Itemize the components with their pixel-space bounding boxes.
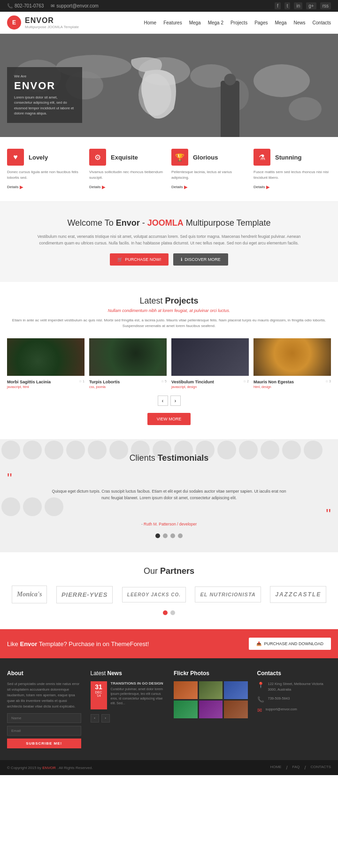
contact-email-icon: ✉ bbox=[257, 707, 262, 714]
footer-contacts-col: Contacts 📍 122 King Street, Melbourne Vi… bbox=[257, 670, 331, 748]
contact-email-text: support@envor.com bbox=[266, 707, 297, 712]
nav-mega2[interactable]: Mega 2 bbox=[208, 20, 223, 25]
project-rating-2: ☆ 5 bbox=[161, 380, 167, 383]
flickr-grid bbox=[174, 681, 248, 718]
discover-more-button[interactable]: ℹ DISCOVER MORE bbox=[173, 253, 228, 266]
nav-features[interactable]: Features bbox=[163, 20, 182, 25]
exquisite-icon: ⚙ bbox=[89, 149, 106, 166]
discover-label: DISCOVER MORE bbox=[184, 257, 221, 262]
project-card-4-header: Mauris Non Egestas html, design ☆ 3 bbox=[254, 380, 331, 388]
partner-logo-3: LEEROY JACKS CO. bbox=[122, 587, 186, 602]
news-month-1: DEC '14 bbox=[93, 691, 104, 697]
dot-1[interactable] bbox=[155, 533, 160, 538]
purchase-icon: 🛒 bbox=[117, 257, 123, 262]
dot-4[interactable] bbox=[178, 533, 183, 538]
news-prev-button[interactable]: ‹ bbox=[91, 714, 99, 723]
purchase-download-button[interactable]: 📥 PURCHASE AND DOWNLOAD bbox=[249, 638, 331, 650]
copyright-text: © Copyright 2015 by bbox=[7, 766, 42, 770]
projects-subtitle: Nullam condimentum nibh at lorem feugiat… bbox=[7, 308, 331, 313]
brand-name: ENVOR bbox=[25, 16, 79, 25]
cta-banner: Like Envor Template? Purchase in on Them… bbox=[0, 629, 338, 658]
hero-figure bbox=[216, 62, 244, 137]
nav-mega[interactable]: Mega bbox=[189, 20, 201, 25]
hero-title: ENVOR bbox=[14, 80, 75, 92]
view-more-button[interactable]: VIEW MORE bbox=[147, 413, 191, 425]
project-card-1: Morbi Sagittis Lacinia javascript, html … bbox=[7, 338, 84, 388]
news-nav: ‹ › bbox=[91, 714, 165, 723]
feature-exquisite-header: ⚙ Exquisite bbox=[89, 149, 167, 166]
stunning-desc: Fusce mattis sem sed lectus rhoncus nisi… bbox=[254, 169, 331, 181]
dot-3[interactable] bbox=[170, 533, 175, 538]
footer-link-faq[interactable]: FAQ bbox=[292, 765, 300, 770]
footer-link-home[interactable]: HOME bbox=[270, 765, 281, 770]
footer-link-contacts[interactable]: CONTACTS bbox=[311, 765, 331, 770]
nav-home[interactable]: Home bbox=[144, 20, 156, 25]
author-role-label: developer bbox=[179, 522, 197, 526]
copyright-rest: . All Rights Reserved. bbox=[57, 766, 92, 770]
discover-icon: ℹ bbox=[181, 257, 182, 262]
nav-pages[interactable]: Pages bbox=[254, 20, 268, 25]
logo-icon: E bbox=[7, 15, 21, 30]
glorious-icon: 🏆 bbox=[171, 149, 188, 166]
dot-2[interactable] bbox=[163, 533, 168, 538]
exquisite-link[interactable]: Details ▶ bbox=[89, 184, 167, 190]
footer-email-input[interactable] bbox=[7, 726, 81, 736]
project-name-3: Vestibulum Tincidunt bbox=[171, 380, 214, 384]
googleplus-icon[interactable]: g+ bbox=[306, 2, 316, 9]
download-icon: 📥 bbox=[256, 641, 261, 646]
view-more-label: VIEW MORE bbox=[157, 417, 182, 421]
copyright-brand-link[interactable]: ENVOR bbox=[42, 766, 55, 770]
cta-text: Like Envor Template? Purchase in on Them… bbox=[7, 640, 149, 647]
nav-mega3[interactable]: Mega bbox=[275, 20, 287, 25]
glorious-link[interactable]: Details ▶ bbox=[171, 184, 249, 190]
projects-next-button[interactable]: › bbox=[170, 396, 181, 406]
facebook-icon[interactable]: f bbox=[275, 2, 281, 9]
copyright: © Copyright 2015 by ENVOR . All Rights R… bbox=[7, 766, 92, 770]
lovely-link[interactable]: Details ▶ bbox=[7, 184, 84, 190]
footer-flickr-title: Flickr Photos bbox=[174, 670, 248, 677]
welcome-desc: Vestibulum nunc erat, venenatis tristiqu… bbox=[28, 234, 310, 246]
social-links: f t in g+ rss bbox=[275, 2, 331, 9]
linkedin-icon[interactable]: in bbox=[294, 2, 302, 9]
stunning-link[interactable]: Details ▶ bbox=[254, 184, 331, 190]
welcome-title-bold: Envor bbox=[116, 218, 140, 228]
footer-link-separator-1: / bbox=[286, 765, 287, 770]
purchase-label: PURCHASE NOW! bbox=[125, 257, 161, 262]
cta-text-rest: Template? Purchase in on ThemeForest! bbox=[39, 640, 149, 647]
nav-contacts[interactable]: Contacts bbox=[313, 20, 331, 25]
nav-news[interactable]: News bbox=[294, 20, 306, 25]
partners-section: Our Partners Monica's PIERRE-YVES LEEROY… bbox=[0, 552, 338, 629]
news-date-1: 31 DEC '14 bbox=[91, 681, 107, 709]
testimonials-title-bold: Testimonials bbox=[158, 453, 209, 463]
partners-title-bold: Partners bbox=[160, 566, 194, 576]
rss-icon[interactable]: rss bbox=[320, 2, 331, 9]
news-next-button[interactable]: › bbox=[101, 714, 110, 723]
projects-title-bold: Projects bbox=[165, 296, 199, 305]
contact-email: ✉ support@envor.com bbox=[257, 707, 331, 714]
project-rating-4: ☆ 3 bbox=[325, 380, 331, 383]
svg-point-8 bbox=[254, 64, 310, 97]
project-name-4: Mauris Non Egestas bbox=[254, 380, 294, 384]
footer-flickr-title-bold: Flickr Photos bbox=[174, 670, 209, 677]
header: E ENVOR Multipurpose JOOMLA Template Hom… bbox=[0, 12, 338, 34]
nav-projects[interactable]: Projects bbox=[230, 20, 247, 25]
flickr-thumb-6 bbox=[224, 700, 248, 718]
project-tags-2: css, joomla bbox=[89, 385, 120, 388]
testimonials-title-part1: Clients bbox=[130, 453, 158, 463]
partner-dot-2[interactable] bbox=[170, 610, 175, 615]
email-info: ✉ support@envor.com bbox=[51, 3, 99, 8]
twitter-icon[interactable]: t bbox=[284, 2, 291, 9]
project-rating-1: ☆ 1 bbox=[79, 380, 84, 383]
lovely-arrow-icon: ▶ bbox=[20, 184, 23, 190]
partner-logo-1: Monica's bbox=[12, 586, 47, 603]
subscribe-button[interactable]: SUBSCRIBE ME! bbox=[7, 739, 81, 748]
project-card-2: Turpis Lobortis css, joomla ☆ 5 bbox=[89, 338, 167, 388]
projects-prev-button[interactable]: ‹ bbox=[158, 396, 168, 406]
projects-desc: Etiam in ante ac velit imperdiet vestibu… bbox=[7, 318, 331, 329]
footer-name-input[interactable] bbox=[7, 713, 81, 723]
hero-description: Lorem ipsum dolor sit amet, consectetur … bbox=[14, 95, 75, 116]
feature-stunning-header: ⚗ Stunning bbox=[254, 149, 331, 166]
purchase-now-button[interactable]: 🛒 PURCHASE NOW! bbox=[110, 253, 169, 266]
partner-dot-1[interactable] bbox=[163, 610, 168, 615]
email-address: support@envor.com bbox=[56, 3, 99, 8]
